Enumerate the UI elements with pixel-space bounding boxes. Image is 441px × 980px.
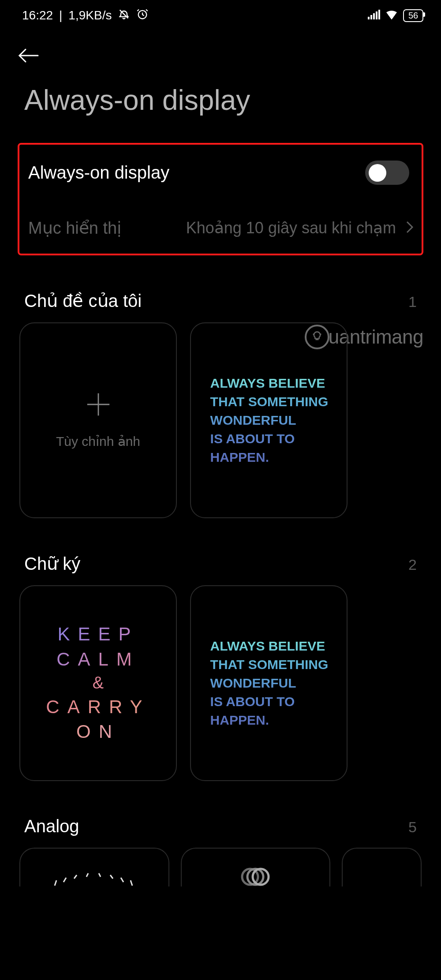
display-items-row[interactable]: Mục hiển thị Khoảng 10 giây sau khi chạm — [27, 218, 414, 242]
status-speed: 1,9KB/s — [68, 8, 112, 22]
custom-image-card[interactable]: Tùy chỉnh ảnh — [19, 322, 177, 518]
highlighted-panel: Always-on display Mục hiển thị Khoảng 10… — [18, 143, 423, 255]
status-separator: | — [59, 8, 62, 22]
toggle-knob — [369, 164, 386, 182]
aod-toggle-row[interactable]: Always-on display — [27, 161, 414, 218]
mythemes-title: Chủ đề của tôi — [24, 291, 142, 311]
svg-line-13 — [64, 878, 66, 882]
status-time: 16:22 — [22, 8, 53, 22]
mythemes-count: 1 — [408, 293, 417, 310]
theme-quote-card[interactable]: ALWAYS BELIEVE THAT SOMETHING WONDERFUL … — [190, 322, 348, 518]
svg-line-18 — [121, 878, 123, 882]
svg-line-14 — [74, 875, 77, 879]
analog-title: Analog — [24, 816, 79, 836]
svg-line-19 — [131, 880, 132, 886]
wifi-icon — [385, 8, 399, 22]
keepcalm-card[interactable]: KEEP CALM & CARRY ON — [19, 585, 177, 781]
svg-line-16 — [99, 873, 101, 877]
keepcalm-line: KEEP — [46, 622, 150, 647]
svg-line-17 — [110, 875, 113, 879]
aod-toggle[interactable] — [365, 161, 409, 185]
svg-line-15 — [86, 873, 88, 877]
svg-rect-2 — [368, 17, 370, 19]
keepcalm-line: CARRY — [46, 695, 150, 720]
signature-count: 2 — [408, 556, 417, 573]
chevron-right-icon — [406, 221, 414, 236]
aod-toggle-label: Always-on display — [28, 163, 169, 183]
svg-rect-3 — [370, 15, 372, 19]
battery-icon: 56 — [403, 9, 423, 22]
mythemes-cards: Tùy chỉnh ảnh ALWAYS BELIEVE THAT SOMETH… — [0, 322, 441, 518]
back-row — [0, 31, 441, 79]
keepcalm-line: ON — [46, 719, 150, 744]
keepcalm-line: CALM — [46, 647, 150, 672]
page-title: Always-on display — [0, 79, 441, 143]
svg-rect-5 — [376, 11, 377, 19]
keepcalm-line: & — [46, 672, 150, 694]
svg-rect-6 — [378, 10, 380, 19]
signal-icon — [368, 8, 380, 22]
mute-icon — [118, 8, 130, 23]
custom-image-label: Tùy chỉnh ảnh — [56, 434, 140, 449]
dial-icon — [46, 860, 143, 886]
signature-cards: KEEP CALM & CARRY ON ALWAYS BELIEVE THAT… — [0, 585, 441, 781]
battery-level: 56 — [408, 11, 418, 20]
status-right: 56 — [368, 8, 423, 22]
quote-text: ALWAYS BELIEVE THAT SOMETHING WONDERFUL … — [198, 374, 340, 467]
signature-title: Chữ ký — [24, 554, 80, 574]
mythemes-header: Chủ đề của tôi 1 — [0, 255, 441, 322]
analog-header: Analog 5 — [0, 781, 441, 848]
back-icon[interactable] — [18, 58, 40, 66]
alarm-icon — [136, 8, 149, 23]
analog-count: 5 — [408, 819, 417, 836]
status-left: 16:22 | 1,9KB/s — [22, 8, 149, 23]
plus-icon — [86, 392, 111, 419]
display-items-value: Khoảng 10 giây sau khi chạm — [131, 219, 396, 237]
status-bar: 16:22 | 1,9KB/s — [0, 0, 441, 31]
analog-cards — [0, 848, 441, 886]
display-items-label: Mục hiển thị — [28, 218, 122, 238]
analog-card-3[interactable] — [342, 848, 422, 886]
rings-icon — [238, 867, 273, 886]
keepcalm-text: KEEP CALM & CARRY ON — [46, 622, 150, 744]
analog-card-1[interactable] — [19, 848, 169, 886]
svg-rect-4 — [373, 13, 375, 19]
signature-quote-card[interactable]: ALWAYS BELIEVE THAT SOMETHING WONDERFUL … — [190, 585, 348, 781]
svg-line-12 — [55, 880, 56, 886]
quote-text: ALWAYS BELIEVE THAT SOMETHING WONDERFUL … — [198, 637, 340, 729]
analog-card-2[interactable] — [181, 848, 331, 886]
signature-header: Chữ ký 2 — [0, 518, 441, 585]
